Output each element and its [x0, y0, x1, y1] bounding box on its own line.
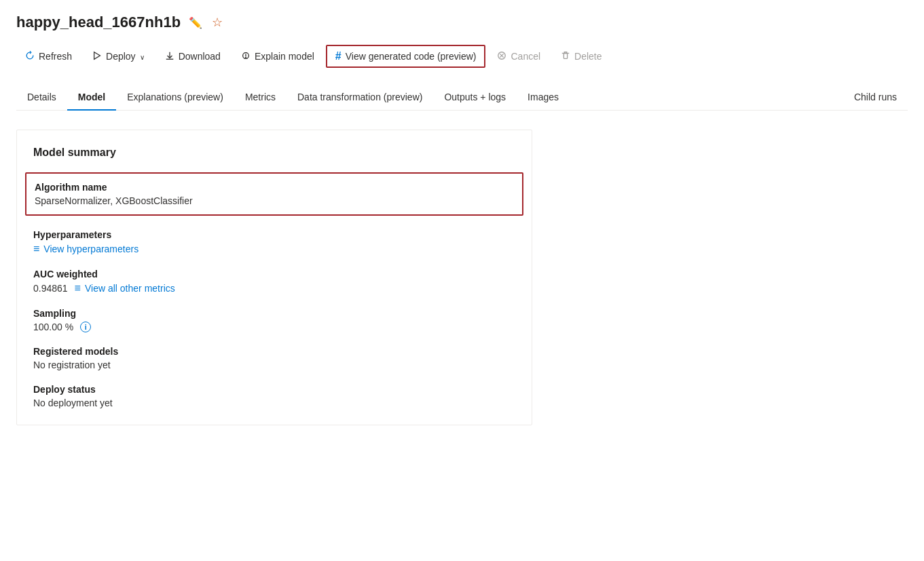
- sampling-info-icon[interactable]: i: [80, 322, 91, 332]
- deploy-status-label: Deploy status: [33, 384, 515, 395]
- registered-models-value: No registration yet: [33, 360, 515, 370]
- auc-weighted-label: AUC weighted: [33, 269, 515, 279]
- svg-point-5: [245, 57, 246, 58]
- list-icon-metrics: [75, 282, 81, 294]
- deploy-status-block: Deploy status No deployment yet: [33, 384, 515, 408]
- download-label: Download: [179, 51, 221, 62]
- download-button[interactable]: Download: [156, 46, 229, 67]
- registered-models-label: Registered models: [33, 346, 515, 357]
- delete-label: Delete: [574, 51, 602, 62]
- explain-model-label: Explain model: [255, 51, 314, 62]
- algorithm-name-value: SparseNormalizer, XGBoostClassifier: [35, 195, 514, 206]
- algorithm-name-label: Algorithm name: [35, 182, 514, 193]
- toolbar: Refresh Deploy Download: [16, 45, 908, 68]
- hyperparameters-block: Hyperparameters View hyperparameters: [33, 229, 515, 255]
- sampling-label: Sampling: [33, 308, 515, 319]
- tab-details[interactable]: Details: [16, 85, 67, 111]
- tab-explanations[interactable]: Explanations (preview): [116, 85, 234, 111]
- svg-marker-0: [94, 52, 100, 59]
- view-generated-code-label: View generated code (preview): [346, 51, 477, 62]
- sampling-block: Sampling 100.00 % i: [33, 308, 515, 332]
- delete-icon: [561, 51, 570, 62]
- deploy-chevron-icon: [140, 51, 145, 62]
- explain-model-icon: [241, 51, 251, 62]
- view-all-metrics-text: View all other metrics: [85, 283, 175, 294]
- hash-icon: #: [335, 50, 341, 62]
- tab-data-transformation[interactable]: Data transformation (preview): [287, 85, 433, 111]
- registered-models-block: Registered models No registration yet: [33, 346, 515, 370]
- view-hyperparameters-text: View hyperparameters: [43, 244, 138, 254]
- deploy-button[interactable]: Deploy: [84, 46, 153, 67]
- tab-images[interactable]: Images: [517, 85, 570, 111]
- refresh-button[interactable]: Refresh: [16, 46, 81, 67]
- cancel-button[interactable]: Cancel: [488, 46, 549, 67]
- svg-rect-11: [563, 53, 567, 58]
- refresh-icon: [25, 51, 35, 62]
- cancel-label: Cancel: [511, 51, 540, 62]
- tab-metrics[interactable]: Metrics: [234, 85, 287, 111]
- deploy-label: Deploy: [106, 51, 136, 62]
- view-hyperparameters-link[interactable]: View hyperparameters: [33, 243, 138, 255]
- tab-child-runs[interactable]: Child runs: [843, 85, 908, 111]
- model-summary-card: Model summary Algorithm name SparseNorma…: [16, 130, 532, 425]
- sampling-value: 100.00 %: [33, 322, 73, 332]
- deploy-icon: [92, 51, 102, 62]
- auc-weighted-block: AUC weighted 0.94861 View all other metr…: [33, 269, 515, 294]
- tab-model[interactable]: Model: [67, 85, 116, 111]
- hyperparameters-label: Hyperparameters: [33, 229, 515, 240]
- auc-weighted-row: 0.94861 View all other metrics: [33, 282, 515, 294]
- favorite-button[interactable]: ☆: [210, 14, 224, 31]
- explain-model-button[interactable]: Explain model: [232, 46, 323, 67]
- refresh-label: Refresh: [39, 51, 72, 62]
- view-generated-code-button[interactable]: # View generated code (preview): [326, 45, 486, 68]
- algorithm-name-block: Algorithm name SparseNormalizer, XGBoost…: [25, 172, 523, 216]
- sampling-row: 100.00 % i: [33, 322, 515, 332]
- list-icon: [33, 243, 39, 255]
- deploy-status-value: No deployment yet: [33, 398, 515, 408]
- model-summary-title: Model summary: [33, 147, 515, 159]
- tab-outputs-logs[interactable]: Outputs + logs: [433, 85, 517, 111]
- auc-weighted-value: 0.94861: [33, 283, 68, 294]
- delete-button[interactable]: Delete: [552, 46, 610, 67]
- edit-button[interactable]: ✏️: [187, 15, 204, 31]
- page-title: happy_head_1667nh1b: [16, 14, 181, 31]
- cancel-icon: [497, 51, 506, 62]
- tabs-row: Details Model Explanations (preview) Met…: [16, 84, 908, 111]
- download-icon: [165, 51, 174, 62]
- view-all-metrics-link[interactable]: View all other metrics: [75, 282, 175, 294]
